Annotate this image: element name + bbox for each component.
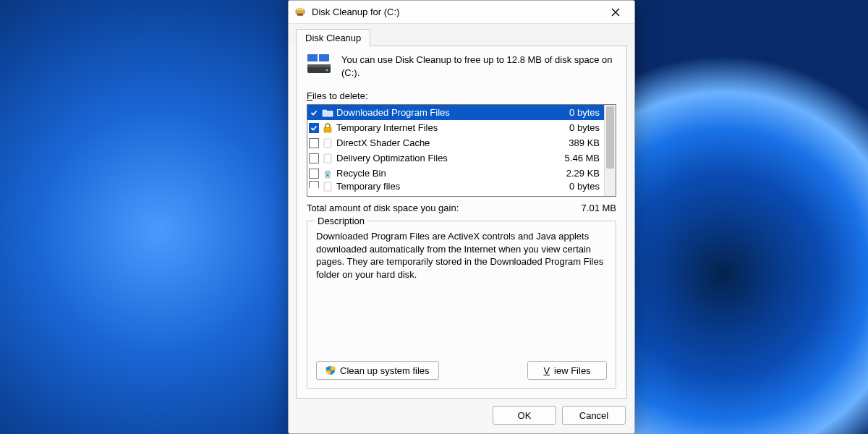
checkbox[interactable] [309,123,319,133]
file-name: Temporary files [336,181,548,192]
blank-icon [322,137,333,149]
file-row[interactable]: DirectX Shader Cache389 KB [307,135,604,150]
totals-row: Total amount of disk space you gain: 7.0… [307,203,616,213]
svg-rect-7 [324,127,331,132]
file-size: 0 bytes [550,122,601,133]
svg-rect-1 [297,13,303,15]
file-size: 2.29 KB [550,168,601,179]
total-label: Total amount of disk space you gain: [307,203,459,213]
checkbox[interactable] [309,153,319,163]
window-title: Disk Cleanup for (C:) [312,7,601,17]
file-row[interactable]: Recycle Bin2.29 KB [307,166,604,181]
disk-cleanup-window: Disk Cleanup for (C:) Disk Cleanup [288,0,635,434]
total-value: 7.01 MB [582,203,616,213]
checkbox[interactable] [309,169,319,179]
description-text: Downloaded Program Files are ActiveX con… [316,230,607,346]
uac-shield-icon [326,365,336,375]
svg-rect-10 [324,182,331,191]
file-name: DirectX Shader Cache [336,137,548,148]
clean-system-files-button[interactable]: Clean up system files [316,361,439,380]
svg-rect-9 [324,154,331,163]
view-files-label: iew Files [554,365,591,376]
scrollbar[interactable] [604,105,616,196]
file-name: Delivery Optimization Files [336,153,548,163]
svg-rect-5 [307,64,331,67]
blank-icon [322,153,333,164]
file-list: Downloaded Program Files0 bytesTemporary… [307,104,616,197]
intro-row: You can use Disk Cleanup to free up to 1… [307,54,616,79]
drive-icon [307,54,331,79]
checkbox[interactable] [309,108,319,118]
file-row[interactable]: Delivery Optimization Files5.46 MB [307,150,604,166]
titlebar[interactable]: Disk Cleanup for (C:) [289,1,634,24]
view-files-button[interactable]: View Files [527,361,607,380]
clean-system-files-label: Clean up system files [340,365,430,376]
ok-button[interactable]: OK [493,406,556,425]
svg-point-6 [326,69,328,72]
close-icon [611,8,620,17]
disk-cleanup-icon [294,7,306,18]
file-list-rows[interactable]: Downloaded Program Files0 bytesTemporary… [307,105,604,196]
desktop-wallpaper: { "window": { "title": "Disk Cleanup for… [0,0,868,434]
checkbox[interactable] [309,181,319,188]
folder-icon [322,107,333,119]
file-size: 0 bytes [550,181,601,192]
checkbox[interactable] [309,138,319,148]
files-to-delete-label: Files to delete: [307,90,616,101]
file-name: Downloaded Program Files [336,107,548,118]
file-size: 389 KB [550,137,601,148]
cancel-button[interactable]: Cancel [562,406,626,425]
file-size: 0 bytes [550,107,601,118]
file-row[interactable]: Downloaded Program Files0 bytes [307,105,604,120]
file-name: Temporary Internet Files [336,122,548,133]
description-group: Description Downloaded Program Files are… [307,221,616,389]
file-name: Recycle Bin [336,168,548,179]
svg-rect-2 [307,54,318,61]
file-row[interactable]: Temporary files0 bytes [307,181,604,192]
file-size: 5.46 MB [550,153,601,163]
svg-rect-3 [319,54,329,61]
svg-rect-8 [324,139,331,148]
description-legend: Description [315,216,367,226]
close-button[interactable] [601,2,630,22]
lock-icon [322,122,333,134]
file-row[interactable]: Temporary Internet Files0 bytes [307,120,604,135]
intro-text: You can use Disk Cleanup to free up to 1… [341,54,616,79]
dialog-footer: OK Cancel [289,399,634,433]
main-panel: You can use Disk Cleanup to free up to 1… [296,46,627,399]
tab-disk-cleanup[interactable]: Disk Cleanup [296,29,370,46]
scrollbar-thumb[interactable] [606,106,614,169]
blank-icon [322,181,333,192]
recycle-icon [322,168,333,179]
tab-strip: Disk Cleanup [289,24,634,46]
